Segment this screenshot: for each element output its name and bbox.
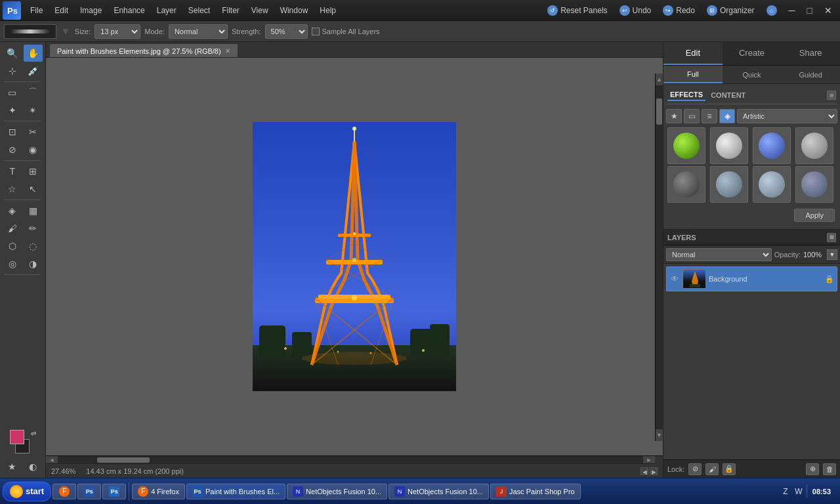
menu-enhance[interactable]: Enhance [108, 3, 150, 18]
reset-panels-button[interactable]: ↺ Reset Panels [542, 3, 612, 18]
effect-thumb-1[interactable] [667, 127, 705, 164]
mode-select[interactable]: Normal Dissolve Multiply [169, 24, 228, 39]
tab-edit[interactable]: Edit [663, 42, 723, 65]
scroll-up-arrow[interactable]: ▲ [656, 74, 663, 85]
menu-view[interactable]: View [246, 3, 274, 18]
effect-thumb-3[interactable] [753, 127, 791, 164]
new-layer-btn[interactable]: ⊕ [806, 463, 819, 475]
apply-effect-button[interactable]: Apply [794, 209, 835, 222]
shape-selection-tool[interactable]: ↖ [24, 180, 43, 198]
redo-button[interactable]: ↪ Redo [658, 3, 700, 18]
color-swatches[interactable]: ⇄ [10, 430, 36, 453]
tab-share[interactable]: Share [781, 42, 840, 65]
pencil-tool[interactable]: ✏ [24, 220, 43, 237]
menu-edit[interactable]: Edit [49, 3, 74, 18]
taskbar-item-firefox-icon[interactable]: F [52, 484, 76, 499]
canvas-tab-close[interactable]: ✕ [225, 47, 230, 54]
effects-icon-star[interactable]: ★ [666, 109, 682, 123]
taskbar-item-firefox[interactable]: F 4 Firefox [132, 484, 185, 499]
retouch-tool[interactable]: ⊘ [3, 141, 22, 158]
tab-create[interactable]: Create [723, 42, 782, 65]
scroll-down-arrow[interactable]: ▼ [656, 429, 663, 441]
effect-thumb-8[interactable] [795, 166, 833, 203]
menu-layer[interactable]: Layer [152, 3, 182, 18]
eraser-tool[interactable]: ⬡ [3, 238, 22, 255]
menu-image[interactable]: Image [75, 3, 107, 18]
quick-selection-tool[interactable]: ✦ [3, 102, 22, 119]
scroll-right-arrow[interactable]: ► [643, 456, 655, 463]
edit-mode-quick[interactable]: Quick [723, 66, 782, 83]
status-left-arrow[interactable]: ◄ [640, 467, 648, 475]
start-button[interactable]: start [3, 482, 51, 501]
zoom-tool[interactable]: 🔍 [3, 45, 22, 62]
effects-icon-layers[interactable]: ≡ [702, 109, 717, 123]
effect-thumb-4[interactable] [795, 127, 833, 164]
canvas-scrollbar-vertical[interactable]: ▲ ▼ [655, 74, 663, 441]
taskbar-item-ps[interactable]: Ps [77, 484, 101, 499]
taskbar-item-pse[interactable]: Ps [102, 484, 126, 499]
magic-wand-tool[interactable]: ✴ [24, 102, 43, 119]
blur-tool[interactable]: ◌ [24, 238, 43, 255]
layers-blend-mode-select[interactable]: Normal Dissolve Multiply [666, 248, 772, 261]
effects-expand-btn[interactable]: ⊞ [827, 91, 836, 100]
taskbar-item-netobj1[interactable]: N NetObjects Fusion 10... [287, 484, 387, 499]
menu-window[interactable]: Window [275, 3, 314, 18]
taskbar-item-netobj2[interactable]: N NetObjects Fusion 10... [388, 484, 489, 499]
effects-category-dropdown[interactable]: Artistic Filters Layer Styles Photo Effe… [737, 109, 837, 123]
lock-image-btn[interactable]: 🖌 [705, 463, 719, 475]
menu-select[interactable]: Select [183, 3, 215, 18]
shape-transform-tool[interactable]: ⊞ [24, 163, 43, 180]
marquee-tool[interactable]: ▭ [3, 84, 22, 101]
strength-select[interactable]: 50% [265, 24, 308, 39]
effect-thumb-6[interactable] [710, 166, 748, 203]
sponge-tool[interactable]: ◎ [3, 255, 22, 272]
undo-button[interactable]: ↩ Undo [614, 3, 657, 18]
scroll-thumb-vertical[interactable] [656, 98, 662, 125]
canvas-wrapper[interactable]: ▲ ▼ [46, 58, 663, 455]
menu-file[interactable]: File [25, 3, 48, 18]
opacity-dropdown-arrow[interactable]: ▼ [827, 249, 837, 260]
lock-all-btn[interactable]: 🔒 [723, 463, 736, 475]
home-button[interactable]: ⌂ [761, 3, 782, 18]
canvas-tab-active[interactable]: Paint with Brushes Elements.jpg @ 27.5% … [50, 44, 238, 57]
scroll-thumb-horizontal[interactable] [97, 457, 150, 463]
layer-visibility-icon[interactable]: 👁 [669, 274, 680, 284]
tray-icon-2[interactable]: W [793, 486, 804, 497]
layers-expand-btn[interactable]: ⊞ [827, 233, 836, 242]
type-tool[interactable]: T [3, 163, 22, 180]
size-select[interactable]: 13 px [94, 24, 140, 39]
effects-icon-texture[interactable]: ◈ [719, 109, 735, 123]
taskbar-item-jasc[interactable]: J Jasc Paint Shop Pro [490, 484, 581, 499]
crop-tool[interactable]: ⊡ [3, 123, 22, 140]
layer-item-background[interactable]: 👁 [666, 266, 837, 291]
effects-icon-frame[interactable]: ▭ [684, 109, 700, 123]
move-tool[interactable]: ⊹ [3, 62, 22, 79]
close-button[interactable]: ✕ [819, 3, 837, 18]
brush-tool[interactable]: 🖌 [3, 220, 22, 237]
status-right-arrow[interactable]: ► [650, 467, 658, 475]
minimize-button[interactable]: ─ [784, 3, 801, 18]
effect-thumb-2[interactable] [710, 127, 748, 164]
custom-shape-tool[interactable]: ☆ [3, 180, 22, 198]
gradient-tool[interactable]: ▦ [24, 202, 43, 219]
star-tool[interactable]: ★ [3, 458, 22, 475]
cookie-cutter-tool[interactable]: ✂ [24, 123, 43, 140]
content-tab[interactable]: CONTENT [708, 90, 748, 100]
hand-tool[interactable]: ✋ [24, 45, 43, 62]
brush-preset-picker[interactable] [4, 24, 56, 39]
lock-transparent-btn[interactable]: ⊘ [688, 463, 702, 475]
paint-bucket-tool[interactable]: ◈ [3, 202, 22, 219]
swap-colors-icon[interactable]: ⇄ [31, 430, 36, 437]
effect-thumb-7[interactable] [753, 166, 791, 203]
tray-icon-1[interactable]: Z [780, 486, 791, 497]
organizer-button[interactable]: ⊞ Organizer [702, 3, 760, 18]
brush-dropdown-arrow[interactable]: ▼ [60, 26, 71, 37]
maximize-button[interactable]: □ [802, 3, 818, 18]
menu-filter[interactable]: Filter [217, 3, 245, 18]
sample-all-layers-checkbox[interactable] [312, 28, 320, 35]
canvas-scrollbar-horizontal[interactable]: ◄ ► [46, 455, 663, 463]
red-eye-tool[interactable]: ◉ [24, 141, 43, 158]
effect-thumb-5[interactable] [667, 166, 705, 203]
edit-mode-guided[interactable]: Guided [781, 66, 840, 83]
dodge-tool[interactable]: ◑ [24, 255, 43, 272]
